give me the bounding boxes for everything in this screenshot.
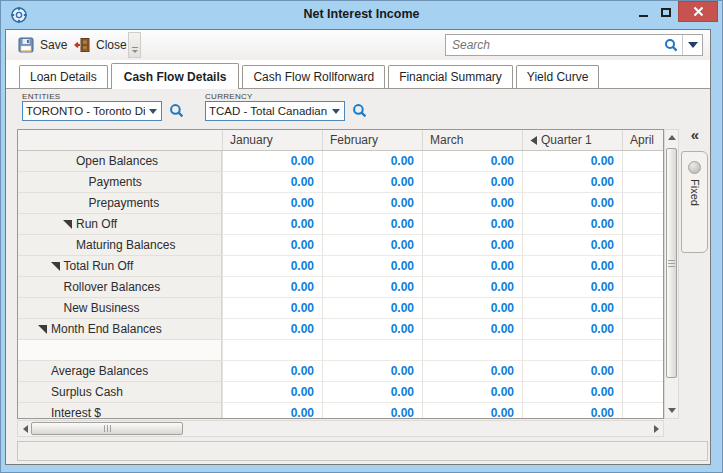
- grid-cell[interactable]: [622, 403, 663, 419]
- grid-cell[interactable]: 0.00: [422, 235, 522, 256]
- collapse-row-icon[interactable]: [63, 220, 72, 229]
- grid-cell[interactable]: 0.00: [522, 319, 622, 340]
- grid-cell[interactable]: 0.00: [322, 172, 422, 193]
- grid-cell[interactable]: 0.00: [322, 214, 422, 235]
- grid-cell[interactable]: 0.00: [222, 298, 322, 319]
- column-header-quarter-1[interactable]: Quarter 1: [522, 130, 622, 150]
- grid-cell[interactable]: 0.00: [322, 361, 422, 382]
- close-button[interactable]: [678, 1, 718, 22]
- row-header-total-run-off[interactable]: Total Run Off: [18, 256, 222, 277]
- maximize-button[interactable]: [656, 3, 676, 21]
- save-button[interactable]: Save: [12, 33, 73, 57]
- grid-cell[interactable]: 0.00: [522, 235, 622, 256]
- vertical-scrollbar[interactable]: [664, 129, 679, 419]
- column-header-march[interactable]: March: [422, 130, 522, 150]
- grid-cell[interactable]: 0.00: [422, 277, 522, 298]
- grid-cell[interactable]: 0.00: [322, 151, 422, 172]
- currency-dropdown[interactable]: TCAD - Total Canadian D: [205, 101, 345, 121]
- grid-cell[interactable]: 0.00: [222, 172, 322, 193]
- grid-cell[interactable]: [222, 340, 322, 361]
- search-icon[interactable]: [660, 38, 682, 52]
- grid-cell[interactable]: 0.00: [522, 172, 622, 193]
- grid-cell[interactable]: 0.00: [322, 403, 422, 419]
- tab-yield-curve[interactable]: Yield Curve: [516, 65, 600, 88]
- row-header-run-off[interactable]: Run Off: [18, 214, 222, 235]
- entities-dropdown[interactable]: TORONTO - Toronto Div: [22, 101, 162, 121]
- grid-cell[interactable]: 0.00: [522, 151, 622, 172]
- currency-search-icon[interactable]: [352, 103, 368, 119]
- grid-cell[interactable]: 0.00: [422, 151, 522, 172]
- grid-cell[interactable]: 0.00: [522, 298, 622, 319]
- column-header-april[interactable]: April: [622, 130, 663, 150]
- collapse-panel-button[interactable]: «: [682, 127, 708, 145]
- tab-cash-flow-rollforward[interactable]: Cash Flow Rollforward: [242, 65, 385, 88]
- grid-cell[interactable]: 0.00: [222, 403, 322, 419]
- grid-cell[interactable]: [622, 151, 663, 172]
- grid-cell[interactable]: [622, 319, 663, 340]
- grid-cell[interactable]: 0.00: [322, 319, 422, 340]
- toolbar-overflow-button[interactable]: [128, 32, 141, 58]
- grid-cell[interactable]: 0.00: [322, 256, 422, 277]
- grid-cell[interactable]: [622, 298, 663, 319]
- grid-cell[interactable]: 0.00: [522, 256, 622, 277]
- grid-cell[interactable]: [322, 340, 422, 361]
- grid-cell[interactable]: [622, 214, 663, 235]
- grid-cell[interactable]: 0.00: [222, 151, 322, 172]
- grid-cell[interactable]: [622, 193, 663, 214]
- grid-cell[interactable]: 0.00: [322, 298, 422, 319]
- grid-cell[interactable]: 0.00: [422, 172, 522, 193]
- grid-cell[interactable]: 0.00: [222, 235, 322, 256]
- entities-search-icon[interactable]: [169, 103, 185, 119]
- scroll-down-arrow[interactable]: [665, 403, 678, 418]
- scroll-up-arrow[interactable]: [665, 130, 678, 145]
- search-options-dropdown[interactable]: [682, 35, 702, 55]
- tab-financial-summary[interactable]: Financial Summary: [388, 65, 513, 88]
- grid-cell[interactable]: 0.00: [522, 382, 622, 403]
- scroll-right-arrow[interactable]: [649, 421, 663, 436]
- grid-cell[interactable]: 0.00: [422, 298, 522, 319]
- grid-cell[interactable]: [422, 340, 522, 361]
- grid-cell[interactable]: 0.00: [322, 382, 422, 403]
- search-input[interactable]: [446, 38, 660, 52]
- grid-cell[interactable]: 0.00: [422, 193, 522, 214]
- grid-cell[interactable]: 0.00: [222, 256, 322, 277]
- fixed-panel-tab[interactable]: Fixed: [681, 151, 708, 253]
- vertical-scrollbar-thumb[interactable]: [666, 148, 677, 378]
- grid-cell[interactable]: [622, 172, 663, 193]
- collapse-quarter-icon[interactable]: [530, 136, 537, 145]
- grid-cell[interactable]: 0.00: [422, 403, 522, 419]
- grid-cell[interactable]: 0.00: [322, 277, 422, 298]
- grid-cell[interactable]: 0.00: [422, 319, 522, 340]
- grid-cell[interactable]: 0.00: [222, 193, 322, 214]
- grid-cell[interactable]: [622, 361, 663, 382]
- grid-cell[interactable]: [622, 382, 663, 403]
- close-document-button[interactable]: Close: [68, 33, 133, 57]
- grid-cell[interactable]: 0.00: [322, 193, 422, 214]
- collapse-row-icon[interactable]: [38, 325, 47, 334]
- grid-cell[interactable]: 0.00: [522, 193, 622, 214]
- column-header-rows[interactable]: [18, 130, 222, 150]
- collapse-row-icon[interactable]: [51, 262, 60, 271]
- horizontal-scrollbar-thumb[interactable]: [31, 422, 183, 435]
- grid-cell[interactable]: 0.00: [222, 277, 322, 298]
- grid-cell[interactable]: 0.00: [222, 361, 322, 382]
- horizontal-scrollbar[interactable]: [17, 420, 664, 437]
- grid-cell[interactable]: 0.00: [522, 214, 622, 235]
- minimize-button[interactable]: [633, 3, 653, 21]
- row-header-month-end-balances[interactable]: Month End Balances: [18, 319, 222, 340]
- column-header-february[interactable]: February: [322, 130, 422, 150]
- grid-cell[interactable]: 0.00: [522, 277, 622, 298]
- grid-cell[interactable]: 0.00: [522, 403, 622, 419]
- grid-cell[interactable]: [622, 235, 663, 256]
- tab-cash-flow-details[interactable]: Cash Flow Details: [111, 63, 240, 89]
- grid-cell[interactable]: 0.00: [422, 256, 522, 277]
- grid-cell[interactable]: 0.00: [222, 214, 322, 235]
- grid-cell[interactable]: 0.00: [322, 235, 422, 256]
- grid-cell[interactable]: 0.00: [422, 214, 522, 235]
- grid-cell[interactable]: [522, 340, 622, 361]
- grid-cell[interactable]: 0.00: [422, 361, 522, 382]
- column-header-january[interactable]: January: [222, 130, 322, 150]
- scroll-left-arrow[interactable]: [18, 421, 32, 436]
- grid-cell[interactable]: 0.00: [222, 382, 322, 403]
- grid-cell[interactable]: [622, 340, 663, 361]
